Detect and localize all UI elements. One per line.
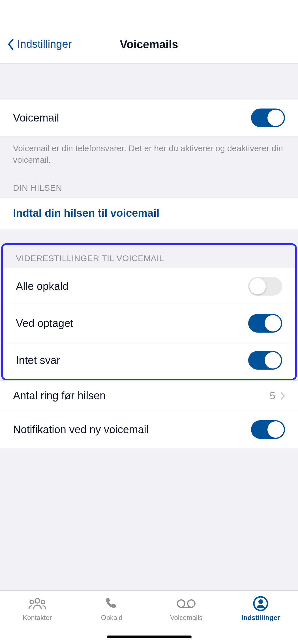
ring-count-row[interactable]: Antal ring før hilsen 5 [0,380,298,411]
svg-point-3 [177,600,185,607]
forwarding-highlight: VIDERESTILLINGER TIL VOICEMAIL Alle opka… [1,243,297,380]
record-greeting-row[interactable]: Indtal din hilsen til voicemail [0,197,298,229]
forwarding-section-header: VIDERESTILLINGER TIL VOICEMAIL [3,245,295,268]
forwarding-busy-label: Ved optaget [16,317,73,329]
tab-settings[interactable]: Indstillinger [224,596,298,644]
greeting-section-header: DIN HILSEN [0,166,298,197]
svg-point-2 [41,600,45,604]
forwarding-no-answer-toggle[interactable] [248,351,282,370]
forwarding-no-answer-label: Intet svar [16,354,60,367]
forwarding-row-busy: Ved optaget [3,305,295,342]
voicemail-label: Voicemail [13,112,59,124]
ring-count-disclosure: 5 [270,390,285,402]
ring-count-label: Antal ring før hilsen [13,390,106,402]
contacts-icon [27,596,47,612]
phone-icon [102,596,122,612]
tab-contacts-label: Kontakter [23,614,52,622]
voicemail-description: Voicemail er din telefonsvarer. Det er h… [0,136,298,166]
forwarding-row-all-calls: Alle opkald [3,268,295,305]
svg-point-0 [35,599,40,603]
tab-settings-label: Indstillinger [241,614,280,622]
voicemail-icon [176,596,196,612]
page-title: Voicemails [0,38,298,51]
record-greeting-link: Indtal din hilsen til voicemail [13,207,159,219]
forwarding-all-calls-toggle[interactable] [248,277,282,296]
svg-point-1 [30,600,34,604]
notification-row: Notifikation ved ny voicemail [0,411,298,448]
chevron-right-icon [280,392,285,400]
notification-label: Notifikation ved ny voicemail [13,424,149,436]
forwarding-busy-toggle[interactable] [248,314,282,333]
tab-contacts[interactable]: Kontakter [0,596,74,644]
forwarding-all-calls-label: Alle opkald [16,280,68,292]
content: Voicemail Voicemail er din telefonsvarer… [0,64,298,590]
voicemail-row: Voicemail [0,99,298,136]
settings-profile-icon [251,596,271,612]
svg-point-7 [258,599,263,604]
tab-calls-label: Opkald [101,614,123,622]
header: Indstillinger Voicemails [0,0,298,64]
tab-voicemails-label: Voicemails [170,614,203,622]
ring-count-value: 5 [270,390,275,402]
forwarding-row-no-answer: Intet svar [3,342,295,379]
home-indicator[interactable] [107,636,192,638]
voicemail-toggle[interactable] [251,109,285,127]
svg-point-4 [188,600,195,607]
notification-toggle[interactable] [251,420,285,439]
